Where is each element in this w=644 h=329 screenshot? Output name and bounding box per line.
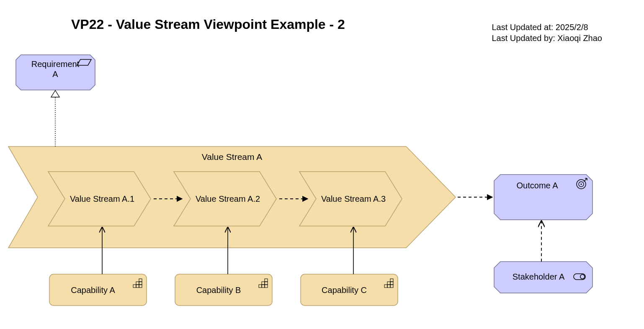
stakeholder-label: Stakeholder A [513, 272, 565, 281]
outcome-node[interactable]: Outcome A [494, 175, 592, 220]
svg-point-23 [580, 183, 582, 185]
value-stream-node[interactable]: Value Stream A Value Stream A.1 Value St… [8, 147, 456, 248]
requirement-node[interactable]: RequirementA [16, 55, 95, 90]
capability-b-label: Capability B [196, 285, 241, 295]
realization-triangle-icon [51, 90, 59, 97]
capability-a-label: Capability A [71, 285, 115, 295]
capability-b-node[interactable]: Capability B [175, 274, 272, 306]
capability-c-node[interactable]: Capability C [301, 274, 398, 306]
value-stream-stage-2-label: Value Stream A.2 [196, 194, 260, 203]
diagram-svg: RequirementA Value Stream A Value Stream… [0, 0, 644, 329]
value-stream-stage-3-label: Value Stream A.3 [321, 194, 386, 203]
capability-c-label: Capability C [322, 285, 367, 295]
stakeholder-node[interactable]: Stakeholder A [494, 262, 592, 293]
value-stream-label: Value Stream A [202, 152, 262, 162]
diagram-canvas: VP22 - Value Stream Viewpoint Example - … [0, 0, 644, 329]
capability-a-node[interactable]: Capability A [49, 274, 147, 306]
outcome-label: Outcome A [517, 181, 559, 190]
value-stream-stage-1-label: Value Stream A.1 [70, 194, 134, 203]
